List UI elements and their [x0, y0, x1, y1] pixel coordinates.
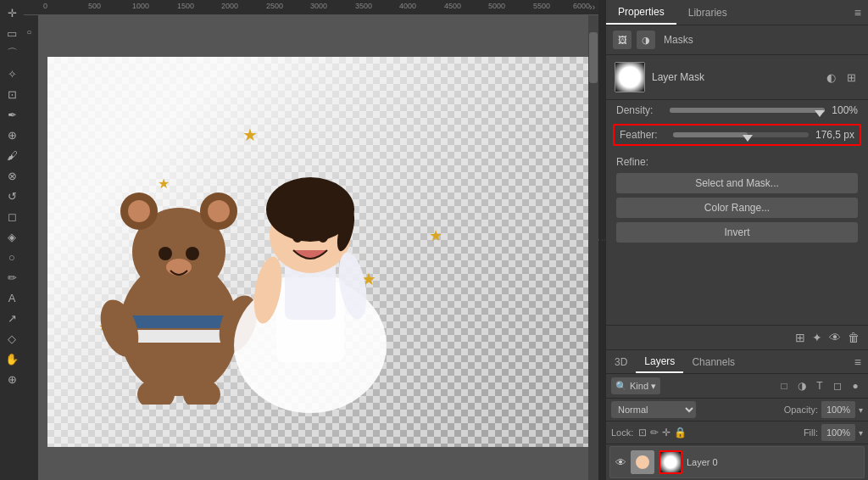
ruler-mark-1000: 1000 [132, 2, 149, 10]
layers-toolbar: 🔍 Kind ▾ □ ◑ T ◻ ● [606, 374, 868, 399]
select-tool[interactable]: ▭ [3, 24, 21, 42]
blend-mode-select[interactable]: Normal [611, 401, 696, 418]
eyedropper-tool[interactable]: ✒ [3, 105, 21, 124]
tab-3d[interactable]: 3D [606, 352, 636, 372]
svg-rect-10 [128, 330, 230, 343]
feather-slider[interactable] [673, 132, 809, 137]
gradient-tool[interactable]: ◈ [3, 227, 21, 246]
feather-value: 176,5 px [815, 129, 854, 141]
opacity-chevron[interactable]: ▾ [859, 405, 863, 415]
ruler-mark-4000: 4000 [399, 2, 416, 10]
tab-properties[interactable]: Properties [606, 1, 676, 25]
search-kind-select[interactable]: 🔍 Kind ▾ [611, 377, 660, 394]
search-icon: 🔍 [615, 381, 627, 392]
panel-menu-icon[interactable]: ≡ [854, 6, 861, 20]
ruler-top-content: 0 500 1000 1500 2000 2500 3000 3500 4000… [39, 0, 598, 14]
image-icon-btn[interactable]: 🖼 [613, 31, 632, 49]
filter-shape-icon[interactable]: ◻ [830, 378, 845, 393]
feather-row: Feather: 176,5 px [613, 124, 861, 146]
fill-chevron[interactable]: ▾ [859, 428, 863, 438]
heal-tool[interactable]: ⊕ [3, 126, 21, 144]
kind-label: Kind [630, 381, 648, 391]
opacity-row: Opacity: ▾ [784, 401, 863, 418]
vertical-scrollbar[interactable] [588, 15, 598, 480]
filter-pixel-icon[interactable]: □ [776, 378, 792, 393]
layer-visibility-icon[interactable]: 👁 [615, 456, 626, 469]
collapse-right-arrow[interactable]: ›› [589, 3, 595, 12]
svg-point-22 [318, 231, 328, 243]
path-select-tool[interactable]: ↗ [3, 309, 21, 327]
filter-adj-icon[interactable]: ◑ [794, 378, 810, 393]
select-and-mask-button[interactable]: Select and Mask... [616, 173, 858, 193]
canvas-viewport[interactable]: ★ ★ ★ ★ ★ ★ [39, 15, 588, 480]
star-icon[interactable]: ✦ [812, 331, 822, 344]
props-icons-row: 🖼 ◑ Masks [606, 25, 868, 55]
density-slider[interactable] [670, 108, 825, 113]
trash-icon[interactable]: 🗑 [848, 331, 860, 344]
shape-tool[interactable]: ◇ [3, 329, 21, 348]
dodge-tool[interactable]: ○ [3, 248, 21, 266]
mask-thumbnail [615, 62, 645, 92]
bottom-icons-row: ⊞ ✦ 👁 🗑 [606, 325, 868, 350]
ruler-mark-3000: 3000 [310, 2, 327, 10]
lock-pixel-icon[interactable]: ⊡ [638, 427, 647, 438]
svg-point-7 [186, 247, 199, 260]
zoom-tool[interactable]: ⊕ [3, 370, 21, 388]
lock-move-icon[interactable]: ✛ [662, 427, 670, 438]
ruler-left: 0 [24, 15, 39, 480]
layer-mask-thumb[interactable] [659, 450, 682, 474]
history-tool[interactable]: ↺ [3, 187, 21, 205]
eraser-tool[interactable]: ◻ [3, 207, 21, 226]
filter-type-icon[interactable]: T [812, 378, 827, 393]
crop-tool[interactable]: ⊡ [3, 85, 21, 103]
density-fill [670, 108, 825, 113]
tab-libraries[interactable]: Libraries [676, 2, 739, 24]
ruler-mark-2000: 2000 [221, 2, 238, 10]
canvas-with-ruler: 0 ★ ★ ★ ★ ★ ★ [24, 15, 598, 480]
pen-tool[interactable]: ✏ [3, 268, 21, 287]
lasso-tool[interactable]: ⌒ [3, 44, 21, 63]
color-range-button[interactable]: Color Range... [616, 198, 858, 218]
density-value: 100% [832, 104, 858, 116]
filter-smart-icon[interactable]: ● [848, 378, 863, 393]
type-tool[interactable]: A [3, 288, 21, 307]
right-panel: Properties Libraries ≡ 🖼 ◑ Masks Layer M… [605, 0, 868, 480]
ruler-mark-3500: 3500 [355, 2, 372, 10]
move-tool[interactable]: ✛ [3, 3, 21, 22]
clone-tool[interactable]: ⊗ [3, 166, 21, 185]
tab-channels[interactable]: Channels [683, 352, 743, 372]
mask-section: Layer Mask ◐ ⊞ [606, 55, 868, 100]
density-thumb[interactable] [815, 110, 825, 117]
ruler-mark-0: 0 [43, 2, 47, 10]
magic-wand-tool[interactable]: ✧ [3, 64, 21, 83]
ruler-mark-5500: 5500 [533, 2, 550, 10]
brush-tool[interactable]: 🖌 [3, 146, 21, 165]
lock-all-icon[interactable]: 🔒 [674, 427, 687, 438]
eye-icon[interactable]: 👁 [829, 331, 841, 344]
ruler-top: 0 500 1000 1500 2000 2500 3000 3500 4000… [24, 0, 598, 15]
density-label: Density: [616, 104, 663, 116]
blend-mode-row: Normal Opacity: ▾ [606, 399, 868, 421]
scroll-thumb-vertical[interactable] [589, 32, 598, 83]
layer-name: Layer 0 [687, 457, 859, 467]
grid-icon[interactable]: ⊞ [795, 331, 805, 344]
mask-icon-btn[interactable]: ◑ [637, 31, 655, 49]
svg-point-3 [128, 200, 150, 222]
feather-fill [673, 132, 748, 137]
svg-point-26 [636, 455, 649, 469]
feather-label: Feather: [620, 129, 666, 141]
layer-row[interactable]: 👁 Layer 0 [609, 446, 865, 478]
lock-draw-icon[interactable]: ✏ [650, 427, 659, 438]
fill-input[interactable] [821, 424, 855, 441]
feather-thumb[interactable] [743, 135, 753, 142]
hand-tool[interactable]: ✋ [3, 349, 21, 368]
invert-button[interactable]: Invert [616, 222, 858, 243]
opacity-input[interactable] [821, 401, 855, 418]
canvas-area[interactable]: ★ ★ ★ ★ ★ ★ [47, 57, 588, 447]
layer-mask-label: Layer Mask [652, 71, 815, 83]
tab-layers[interactable]: Layers [636, 351, 683, 373]
layers-menu-icon[interactable]: ≡ [854, 355, 861, 369]
mask-select-icon[interactable]: ◐ [822, 69, 839, 86]
layer-thumb [631, 450, 654, 474]
mask-apply-icon[interactable]: ⊞ [843, 69, 860, 86]
